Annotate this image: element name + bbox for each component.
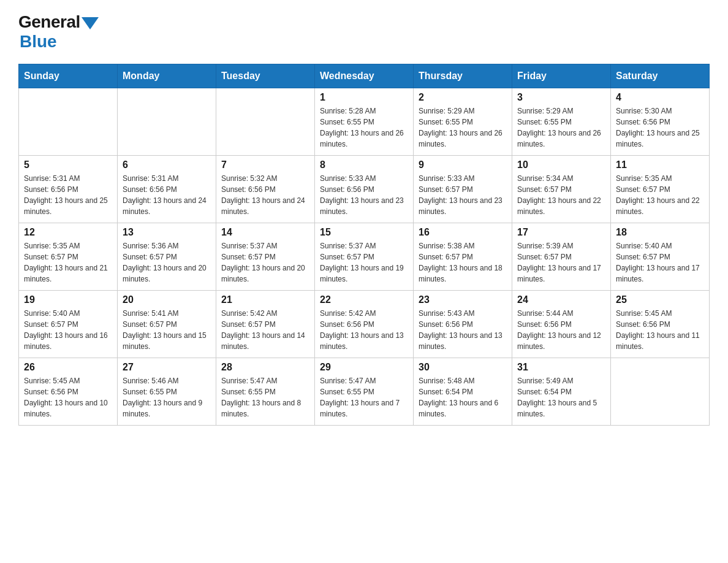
day-info: Sunrise: 5:29 AM Sunset: 6:55 PM Dayligh… <box>419 105 507 150</box>
calendar-cell: 20Sunrise: 5:41 AM Sunset: 6:57 PM Dayli… <box>118 291 216 358</box>
calendar-cell: 28Sunrise: 5:47 AM Sunset: 6:55 PM Dayli… <box>216 358 315 426</box>
day-info: Sunrise: 5:42 AM Sunset: 6:56 PM Dayligh… <box>320 308 408 352</box>
weekday-header-monday: Monday <box>118 64 216 88</box>
calendar-cell: 17Sunrise: 5:39 AM Sunset: 6:57 PM Dayli… <box>512 223 611 291</box>
calendar-header-row: SundayMondayTuesdayWednesdayThursdayFrid… <box>19 64 710 88</box>
calendar-cell <box>19 88 118 156</box>
day-number: 17 <box>517 227 605 238</box>
day-number: 24 <box>517 294 605 305</box>
day-number: 19 <box>24 294 112 305</box>
day-number: 27 <box>123 362 211 373</box>
day-number: 3 <box>517 92 605 103</box>
day-number: 18 <box>616 227 704 238</box>
logo-triangle-icon <box>82 17 99 29</box>
weekday-header-saturday: Saturday <box>611 64 710 88</box>
calendar-cell: 25Sunrise: 5:45 AM Sunset: 6:56 PM Dayli… <box>611 291 710 358</box>
day-number: 12 <box>24 227 112 238</box>
calendar-cell: 21Sunrise: 5:42 AM Sunset: 6:57 PM Dayli… <box>216 291 315 358</box>
day-number: 1 <box>320 92 408 103</box>
day-number: 16 <box>419 227 507 238</box>
day-number: 28 <box>221 362 309 373</box>
calendar-cell: 10Sunrise: 5:34 AM Sunset: 6:57 PM Dayli… <box>512 156 611 223</box>
day-info: Sunrise: 5:35 AM Sunset: 6:57 PM Dayligh… <box>616 173 704 217</box>
day-number: 2 <box>419 92 507 103</box>
calendar-week-row: 19Sunrise: 5:40 AM Sunset: 6:57 PM Dayli… <box>19 291 710 358</box>
calendar-cell <box>118 88 216 156</box>
day-number: 22 <box>320 294 408 305</box>
calendar-cell: 5Sunrise: 5:31 AM Sunset: 6:56 PM Daylig… <box>19 156 118 223</box>
day-info: Sunrise: 5:43 AM Sunset: 6:56 PM Dayligh… <box>419 308 507 352</box>
day-number: 15 <box>320 227 408 238</box>
calendar-cell: 9Sunrise: 5:33 AM Sunset: 6:57 PM Daylig… <box>414 156 512 223</box>
day-info: Sunrise: 5:35 AM Sunset: 6:57 PM Dayligh… <box>24 240 112 285</box>
calendar-cell: 16Sunrise: 5:38 AM Sunset: 6:57 PM Dayli… <box>414 223 512 291</box>
calendar-cell: 22Sunrise: 5:42 AM Sunset: 6:56 PM Dayli… <box>315 291 414 358</box>
day-info: Sunrise: 5:45 AM Sunset: 6:56 PM Dayligh… <box>616 308 704 352</box>
calendar-cell: 3Sunrise: 5:29 AM Sunset: 6:55 PM Daylig… <box>512 88 611 156</box>
calendar-cell: 13Sunrise: 5:36 AM Sunset: 6:57 PM Dayli… <box>118 223 216 291</box>
day-number: 21 <box>221 294 309 305</box>
calendar-cell: 31Sunrise: 5:49 AM Sunset: 6:54 PM Dayli… <box>512 358 611 426</box>
day-number: 10 <box>517 159 605 170</box>
day-info: Sunrise: 5:31 AM Sunset: 6:56 PM Dayligh… <box>123 173 211 217</box>
calendar-cell: 18Sunrise: 5:40 AM Sunset: 6:57 PM Dayli… <box>611 223 710 291</box>
calendar-cell: 29Sunrise: 5:47 AM Sunset: 6:55 PM Dayli… <box>315 358 414 426</box>
calendar-cell: 8Sunrise: 5:33 AM Sunset: 6:56 PM Daylig… <box>315 156 414 223</box>
weekday-header-sunday: Sunday <box>19 64 118 88</box>
day-number: 20 <box>123 294 211 305</box>
calendar-week-row: 5Sunrise: 5:31 AM Sunset: 6:56 PM Daylig… <box>19 156 710 223</box>
day-number: 4 <box>616 92 704 103</box>
day-info: Sunrise: 5:48 AM Sunset: 6:54 PM Dayligh… <box>419 375 507 419</box>
day-number: 5 <box>24 159 112 170</box>
day-number: 14 <box>221 227 309 238</box>
calendar-cell: 30Sunrise: 5:48 AM Sunset: 6:54 PM Dayli… <box>414 358 512 426</box>
calendar-cell: 11Sunrise: 5:35 AM Sunset: 6:57 PM Dayli… <box>611 156 710 223</box>
day-number: 7 <box>221 159 309 170</box>
day-number: 11 <box>616 159 704 170</box>
day-info: Sunrise: 5:37 AM Sunset: 6:57 PM Dayligh… <box>221 240 309 285</box>
calendar-cell: 6Sunrise: 5:31 AM Sunset: 6:56 PM Daylig… <box>118 156 216 223</box>
day-number: 25 <box>616 294 704 305</box>
day-info: Sunrise: 5:33 AM Sunset: 6:57 PM Dayligh… <box>419 173 507 217</box>
calendar-cell: 4Sunrise: 5:30 AM Sunset: 6:56 PM Daylig… <box>611 88 710 156</box>
day-number: 8 <box>320 159 408 170</box>
day-info: Sunrise: 5:42 AM Sunset: 6:57 PM Dayligh… <box>221 308 309 352</box>
day-info: Sunrise: 5:44 AM Sunset: 6:56 PM Dayligh… <box>517 308 605 352</box>
day-info: Sunrise: 5:33 AM Sunset: 6:56 PM Dayligh… <box>320 173 408 217</box>
calendar-table: SundayMondayTuesdayWednesdayThursdayFrid… <box>18 64 710 426</box>
day-info: Sunrise: 5:32 AM Sunset: 6:56 PM Dayligh… <box>221 173 309 217</box>
page-header: General Blue <box>18 12 710 52</box>
day-info: Sunrise: 5:40 AM Sunset: 6:57 PM Dayligh… <box>24 308 112 352</box>
day-info: Sunrise: 5:39 AM Sunset: 6:57 PM Dayligh… <box>517 240 605 285</box>
calendar-cell: 27Sunrise: 5:46 AM Sunset: 6:55 PM Dayli… <box>118 358 216 426</box>
logo: General Blue <box>18 12 99 52</box>
day-info: Sunrise: 5:29 AM Sunset: 6:55 PM Dayligh… <box>517 105 605 150</box>
day-info: Sunrise: 5:38 AM Sunset: 6:57 PM Dayligh… <box>419 240 507 285</box>
calendar-cell: 1Sunrise: 5:28 AM Sunset: 6:55 PM Daylig… <box>315 88 414 156</box>
calendar-week-row: 12Sunrise: 5:35 AM Sunset: 6:57 PM Dayli… <box>19 223 710 291</box>
day-info: Sunrise: 5:41 AM Sunset: 6:57 PM Dayligh… <box>123 308 211 352</box>
calendar-cell: 12Sunrise: 5:35 AM Sunset: 6:57 PM Dayli… <box>19 223 118 291</box>
weekday-header-tuesday: Tuesday <box>216 64 315 88</box>
day-info: Sunrise: 5:34 AM Sunset: 6:57 PM Dayligh… <box>517 173 605 217</box>
day-number: 13 <box>123 227 211 238</box>
day-number: 6 <box>123 159 211 170</box>
day-number: 9 <box>419 159 507 170</box>
calendar-cell: 7Sunrise: 5:32 AM Sunset: 6:56 PM Daylig… <box>216 156 315 223</box>
day-number: 29 <box>320 362 408 373</box>
day-info: Sunrise: 5:28 AM Sunset: 6:55 PM Dayligh… <box>320 105 408 150</box>
calendar-week-row: 1Sunrise: 5:28 AM Sunset: 6:55 PM Daylig… <box>19 88 710 156</box>
calendar-cell: 26Sunrise: 5:45 AM Sunset: 6:56 PM Dayli… <box>19 358 118 426</box>
day-info: Sunrise: 5:45 AM Sunset: 6:56 PM Dayligh… <box>24 375 112 419</box>
day-info: Sunrise: 5:37 AM Sunset: 6:57 PM Dayligh… <box>320 240 408 285</box>
day-number: 31 <box>517 362 605 373</box>
calendar-cell: 19Sunrise: 5:40 AM Sunset: 6:57 PM Dayli… <box>19 291 118 358</box>
day-info: Sunrise: 5:46 AM Sunset: 6:55 PM Dayligh… <box>123 375 211 419</box>
day-number: 23 <box>419 294 507 305</box>
calendar-cell: 2Sunrise: 5:29 AM Sunset: 6:55 PM Daylig… <box>414 88 512 156</box>
day-info: Sunrise: 5:47 AM Sunset: 6:55 PM Dayligh… <box>221 375 309 419</box>
calendar-week-row: 26Sunrise: 5:45 AM Sunset: 6:56 PM Dayli… <box>19 358 710 426</box>
calendar-cell: 14Sunrise: 5:37 AM Sunset: 6:57 PM Dayli… <box>216 223 315 291</box>
day-info: Sunrise: 5:30 AM Sunset: 6:56 PM Dayligh… <box>616 105 704 150</box>
day-info: Sunrise: 5:40 AM Sunset: 6:57 PM Dayligh… <box>616 240 704 285</box>
